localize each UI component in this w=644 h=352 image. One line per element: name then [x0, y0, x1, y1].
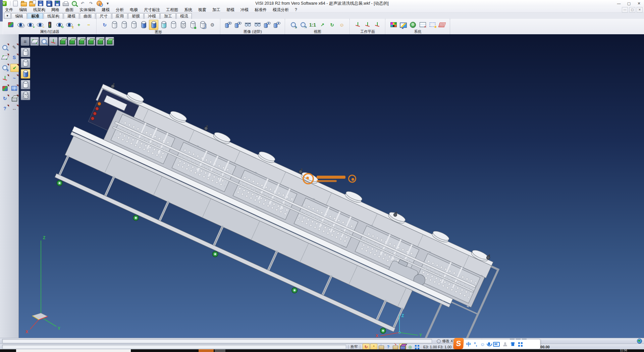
doc-restore-button[interactable]: ▢: [629, 7, 635, 12]
zoom-dynamic-button[interactable]: [40, 37, 48, 46]
tab-dimension[interactable]: 尺寸: [96, 13, 111, 19]
move-tool[interactable]: [1, 75, 9, 82]
ime-mode-icon[interactable]: 中: [466, 342, 471, 347]
menu-item-standard-parts[interactable]: 标准件: [252, 7, 270, 13]
show-all-icon[interactable]: +: [74, 20, 83, 30]
status-export-icon[interactable]: [392, 344, 398, 350]
curve-edit-tool[interactable]: ~: [10, 75, 18, 82]
hide-all-icon[interactable]: −: [84, 20, 93, 30]
paint-attributes-icon[interactable]: [6, 20, 15, 30]
dashed-line-display-icon[interactable]: [129, 20, 138, 30]
paint-tool[interactable]: [1, 85, 9, 92]
select-tool[interactable]: [1, 44, 9, 51]
copy-attributes-icon[interactable]: [16, 20, 25, 30]
ime-keyboard-icon[interactable]: [493, 342, 500, 347]
zoom-window-icon[interactable]: □: [299, 20, 307, 30]
minimize-button[interactable]: —: [614, 0, 624, 7]
menu-item-mould[interactable]: 塑模: [223, 7, 237, 13]
help-tool[interactable]: ?: [1, 105, 9, 112]
menu-item-system[interactable]: 系统: [181, 7, 195, 13]
taskbar-window-segment[interactable]: [16, 349, 131, 352]
sogou-logo-icon[interactable]: S: [453, 338, 464, 349]
status-box-icon[interactable]: [378, 344, 384, 350]
preview-button[interactable]: [71, 0, 77, 6]
invert-visibility-icon[interactable]: ±: [65, 20, 73, 30]
globe-icon[interactable]: [637, 339, 642, 344]
taskbar-app-segment[interactable]: [199, 349, 214, 352]
multi-solid-display-icon[interactable]: [198, 20, 207, 30]
maximize-button[interactable]: ▢: [624, 0, 634, 7]
menu-item-dimension[interactable]: 尺寸标注: [141, 7, 163, 13]
edit-tool[interactable]: ✎: [10, 44, 18, 51]
close-button[interactable]: ✕: [634, 0, 644, 7]
menu-item-solid-edit[interactable]: 实体编辑: [76, 7, 99, 13]
zoom-tool[interactable]: ±: [1, 64, 9, 71]
ime-mic-icon[interactable]: [488, 343, 490, 345]
show-selected-icon[interactable]: +: [26, 20, 35, 30]
tab-surface[interactable]: 曲面: [80, 13, 95, 19]
axis-view-button[interactable]: [49, 37, 58, 46]
view-left-button[interactable]: [96, 37, 105, 46]
fit-view-button[interactable]: [30, 37, 39, 46]
view-iso-button[interactable]: [105, 37, 114, 46]
redo-button[interactable]: ↷: [88, 0, 94, 6]
status-grid-icon[interactable]: [414, 344, 420, 350]
selection-filter-icon[interactable]: [428, 20, 437, 30]
menu-item-edit[interactable]: 编辑: [16, 7, 30, 13]
pan-view-icon[interactable]: ↗: [318, 20, 327, 30]
refresh-tool[interactable]: ↻: [1, 95, 9, 102]
color-palette-icon[interactable]: [389, 20, 398, 30]
filter-traffic-light-icon[interactable]: [45, 20, 54, 30]
measure-tool[interactable]: ↔: [10, 105, 18, 112]
tab-machining[interactable]: 加工: [160, 13, 176, 19]
shaded-display-icon[interactable]: [139, 20, 148, 30]
tab-modeling[interactable]: 建模: [64, 13, 79, 19]
display-mesh-button[interactable]: [21, 91, 30, 100]
display-hidden-button[interactable]: [21, 58, 30, 68]
cube-view-tool[interactable]: [10, 95, 18, 102]
menu-item-window[interactable]: 视窗: [195, 7, 209, 13]
undo-button[interactable]: ↶: [79, 0, 86, 6]
advanced-solid-eye-icon[interactable]: [263, 20, 272, 30]
view-front-button[interactable]: [77, 37, 86, 46]
advanced-render-1-icon[interactable]: [224, 20, 233, 30]
spline-tool[interactable]: S: [10, 54, 18, 61]
save-button[interactable]: [37, 0, 44, 6]
ime-person-icon[interactable]: [503, 342, 507, 346]
workplane-align-icon[interactable]: [373, 20, 382, 30]
menu-item-electrode[interactable]: 电极: [127, 7, 141, 13]
workplane-move-icon[interactable]: [363, 20, 372, 30]
shaded-edge-display-icon[interactable]: [149, 20, 158, 30]
regenerate-display-icon[interactable]: ↻: [100, 20, 109, 30]
ghost-display-icon[interactable]: [169, 20, 178, 30]
view-top-button[interactable]: [58, 37, 67, 46]
quick-access-dropdown[interactable]: ▾: [104, 0, 111, 6]
viewport-3d[interactable]: ≡ Z X Y Z X Y: [19, 34, 644, 338]
doc-close-button[interactable]: ✕: [637, 7, 643, 12]
wireframe-display-icon[interactable]: [110, 20, 119, 30]
tab-wireframe[interactable]: 线架构: [44, 13, 63, 19]
menu-item-file[interactable]: 文件: [2, 7, 16, 13]
menu-item-wireframe[interactable]: 线架构: [30, 7, 48, 13]
menu-item-machining[interactable]: 加工: [209, 7, 223, 13]
menu-item-mesh[interactable]: 网格: [48, 7, 62, 13]
view-visibility-icon[interactable]: ☺: [337, 20, 346, 30]
tab-mould[interactable]: 塑膜: [128, 13, 144, 19]
menu-item-flow-analysis[interactable]: 模流分析: [270, 7, 292, 13]
ime-skin-icon[interactable]: [511, 342, 515, 346]
view-menu-button[interactable]: ≡: [21, 37, 30, 46]
workplane-origin-icon[interactable]: [354, 20, 362, 30]
status-snap-icon[interactable]: ◎: [407, 344, 413, 350]
advanced-eyes-icon[interactable]: [253, 20, 262, 30]
tab-edit[interactable]: 编辑: [11, 13, 27, 19]
tab-application[interactable]: 应用: [112, 13, 127, 19]
view-bottom-button[interactable]: [68, 37, 76, 46]
mesh-display-icon[interactable]: [179, 20, 187, 30]
refresh-visibility-icon[interactable]: ↻: [55, 20, 64, 30]
menu-item-die[interactable]: 冲模: [237, 7, 252, 13]
ime-punct-icon[interactable]: °,: [474, 342, 477, 347]
display-wireframe-button[interactable]: [21, 48, 30, 57]
advanced-glasses-icon[interactable]: [244, 20, 252, 30]
save-as-button[interactable]: [46, 0, 52, 6]
transparent-display-icon[interactable]: [159, 20, 168, 30]
